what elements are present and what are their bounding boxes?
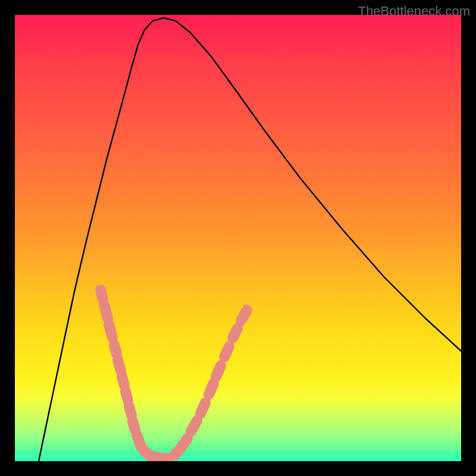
watermark-text: TheBottleneck.com [358,4,470,19]
chart-svg [15,15,461,461]
highlight-segment [101,290,103,299]
highlight-segment [118,360,121,371]
highlight-segment [133,421,135,430]
highlight-segment [241,310,247,321]
highlight-segment [224,347,229,357]
highlight-segment [129,406,131,415]
highlight-group [101,290,247,458]
highlight-segment [209,383,214,394]
viewport: TheBottleneck.com [0,0,476,476]
highlight-segment [114,345,117,354]
highlight-segment [122,377,124,386]
highlight-segment [233,328,237,338]
chart-area [15,15,461,461]
highlight-segment [104,305,108,318]
highlight-segment [191,421,197,431]
highlight-segment [201,403,205,414]
highlight-segment [216,366,221,377]
highlight-segment [181,439,187,447]
highlight-segment [109,324,112,338]
highlight-segment [126,392,128,400]
v-curve [39,18,461,461]
